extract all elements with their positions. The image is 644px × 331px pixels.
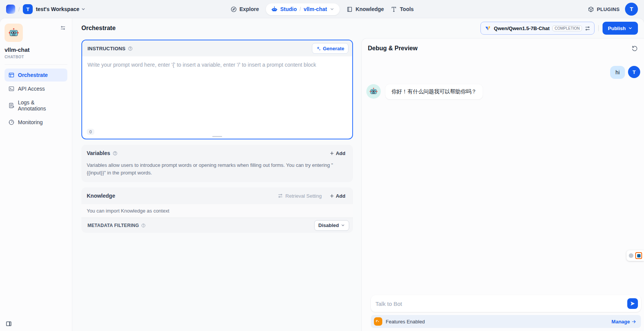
monitoring-icon — [8, 119, 14, 125]
retrieval-setting-button[interactable]: Retrieval Setting — [278, 193, 321, 199]
nav-explore-label: Explore — [239, 6, 259, 12]
sidebar-item-label: Logs & Annotations — [18, 99, 64, 112]
send-button[interactable] — [627, 298, 638, 309]
variables-title: Variables — [87, 150, 110, 156]
nav-plugins-label: PLUGINS — [597, 6, 620, 12]
restart-chat-icon[interactable] — [631, 45, 639, 52]
help-icon[interactable] — [128, 46, 133, 51]
sidebar-item-monitoring[interactable]: Monitoring — [5, 116, 67, 129]
nav-knowledge-label: Knowledge — [356, 6, 384, 12]
sidebar-item-api-access[interactable]: API Access — [5, 82, 67, 95]
extension-dot-icon — [629, 253, 633, 258]
char-count-badge: 0 — [87, 129, 94, 135]
model-mode-badge: COMPLETION — [552, 26, 582, 31]
bot-message-avatar — [366, 84, 381, 99]
manage-features-link[interactable]: Manage — [612, 319, 636, 325]
model-params-icon[interactable] — [585, 26, 590, 31]
nav-tools[interactable]: Tools — [391, 6, 413, 13]
app-sidebar: vllm-chat CHATBOT Orchestrate API Access… — [0, 18, 72, 331]
nav-studio[interactable]: Studio / vllm-chat — [266, 3, 340, 15]
sliders-icon — [60, 25, 66, 31]
debug-header: Debug & Preview — [362, 38, 644, 55]
model-selector[interactable]: Qwen/Qwen1.5-7B-Chat COMPLETION — [480, 22, 595, 35]
add-variable-label: Add — [336, 150, 345, 156]
sidebar-divider — [5, 64, 67, 65]
sparkle-icon — [316, 46, 321, 51]
collapse-sidebar-button[interactable] — [5, 320, 12, 327]
nav-knowledge[interactable]: Knowledge — [347, 6, 384, 13]
nav-studio-label: Studio — [280, 6, 297, 12]
model-name: Qwen/Qwen1.5-7B-Chat — [494, 26, 550, 31]
knowledge-icon — [347, 6, 353, 13]
plus-icon — [329, 151, 334, 156]
help-icon[interactable] — [141, 223, 146, 228]
workspace-avatar[interactable]: T — [23, 4, 33, 14]
nav-explore[interactable]: Explore — [230, 6, 259, 13]
variables-header: Variables Add — [81, 145, 353, 162]
generate-button[interactable]: Generate — [312, 43, 348, 54]
arrow-right-icon — [631, 319, 636, 324]
logs-icon — [8, 102, 14, 109]
add-variable-button[interactable]: Add — [327, 149, 348, 158]
chat-message-bot: 你好！有什么问题我可以帮助你吗？ — [366, 84, 640, 99]
features-label: Features Enabled — [386, 319, 425, 325]
instructions-title: INSTRUCTIONS — [87, 46, 126, 51]
app-type-badge: CHATBOT — [5, 55, 67, 59]
plugins-icon — [588, 6, 594, 13]
knowledge-header: Knowledge Retrieval Setting Add — [81, 187, 353, 204]
resize-handle[interactable] — [212, 136, 222, 137]
studio-slash: / — [299, 6, 301, 12]
publish-label: Publish — [608, 26, 626, 31]
help-icon[interactable] — [113, 151, 118, 156]
debug-preview-panel: Debug & Preview hi T 你好！有什么问题我可以帮助你吗 — [361, 38, 644, 331]
user-avatar[interactable]: T — [625, 3, 638, 16]
metadata-filtering-title: METADATA FILTERING — [87, 223, 139, 228]
instructions-panel: INSTRUCTIONS Generate 0 — [81, 40, 353, 139]
knowledge-empty-text: You can import Knowledge as context — [81, 204, 353, 217]
tools-icon — [391, 6, 397, 13]
orchestrate-icon — [8, 72, 14, 78]
workspace-selector[interactable]: test's Workspace — [36, 6, 85, 12]
instructions-editor: 0 — [82, 56, 352, 139]
sliders-icon — [278, 193, 283, 198]
app-header — [5, 24, 67, 42]
sidebar-item-logs-annotations[interactable]: Logs & Annotations — [5, 96, 67, 115]
metadata-filtering-value: Disabled — [318, 222, 339, 228]
app-icon[interactable] — [5, 24, 23, 42]
chevron-down-icon[interactable] — [330, 7, 334, 11]
nav-plugins[interactable]: PLUGINS — [588, 6, 620, 13]
extension-widget[interactable] — [627, 250, 644, 261]
chat-bottom: Features Enabled Manage — [362, 293, 644, 331]
top-nav-center: Explore Studio / vllm-chat Knowledge Too… — [230, 0, 413, 18]
main-area: Orchestrate Qwen/Qwen1.5-7B-Chat COMPLET… — [72, 18, 644, 331]
user-message-avatar: T — [628, 66, 640, 78]
user-message-bubble: hi — [610, 66, 625, 79]
metadata-filtering-row: METADATA FILTERING Disabled — [81, 217, 353, 233]
chat-input[interactable] — [375, 301, 627, 307]
sidebar-item-label: Orchestrate — [18, 72, 48, 78]
sidebar-item-label: Monitoring — [18, 119, 43, 125]
instructions-header: INSTRUCTIONS Generate — [82, 40, 352, 56]
knowledge-panel: Knowledge Retrieval Setting Add You can … — [81, 187, 353, 233]
top-nav-left: / T test's Workspace — [6, 4, 86, 14]
manage-label: Manage — [612, 319, 630, 325]
variables-panel: Variables Add Variables allow users to i… — [81, 145, 353, 182]
bot-message-bubble: 你好！有什么问题我可以帮助你吗？ — [385, 84, 483, 99]
sidebar-item-orchestrate[interactable]: Orchestrate — [5, 69, 67, 82]
dify-logo[interactable] — [6, 5, 15, 14]
current-app-name: vllm-chat — [304, 6, 327, 12]
variables-description: Variables allow users to introduce promp… — [81, 162, 353, 182]
knowledge-title: Knowledge — [87, 193, 115, 199]
add-knowledge-button[interactable]: Add — [327, 192, 348, 200]
app-settings-button[interactable] — [59, 24, 67, 32]
workspace-name: test's Workspace — [36, 6, 79, 12]
publish-button[interactable]: Publish — [603, 22, 638, 35]
extension-logo-icon — [635, 252, 642, 259]
metadata-filtering-select[interactable]: Disabled — [314, 220, 349, 231]
prompt-input[interactable] — [82, 56, 352, 117]
generate-label: Generate — [323, 46, 344, 51]
chevron-down-icon — [341, 223, 345, 227]
robot-avatar-icon — [8, 27, 19, 38]
send-icon — [630, 301, 635, 306]
retrieval-setting-label: Retrieval Setting — [285, 193, 321, 199]
